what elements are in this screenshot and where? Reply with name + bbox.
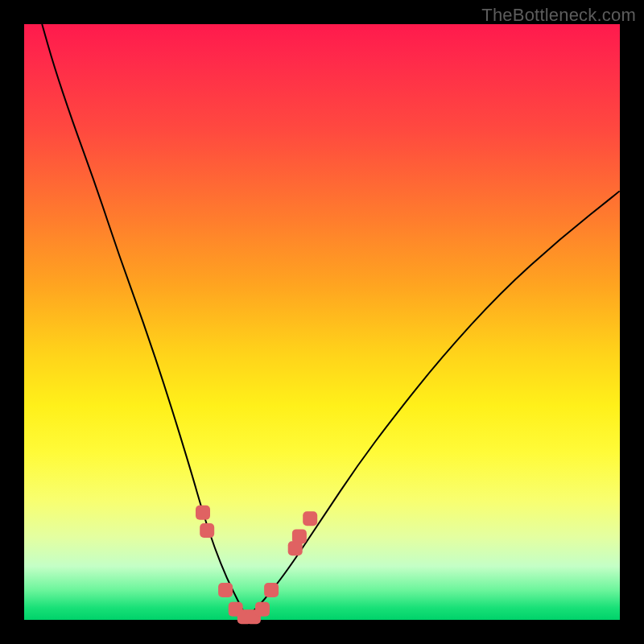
marker-dot (288, 541, 303, 555)
watermark-text: TheBottleneck.com (481, 5, 636, 26)
bottleneck-curve (42, 24, 620, 614)
curve-layer (24, 24, 620, 620)
marker-dot (292, 529, 307, 543)
plot-area (24, 24, 620, 620)
marker-dot (303, 511, 317, 526)
marker-dot (264, 583, 279, 597)
marker-dot (218, 583, 233, 597)
marker-dot (200, 523, 214, 538)
chart-frame: TheBottleneck.com (0, 0, 644, 644)
marker-dot (255, 602, 270, 617)
marker-dot (237, 609, 252, 624)
marker-group (196, 506, 317, 625)
marker-dot (229, 602, 243, 617)
marker-dot (246, 609, 261, 624)
marker-dot (196, 506, 210, 520)
markers-layer (24, 24, 620, 620)
